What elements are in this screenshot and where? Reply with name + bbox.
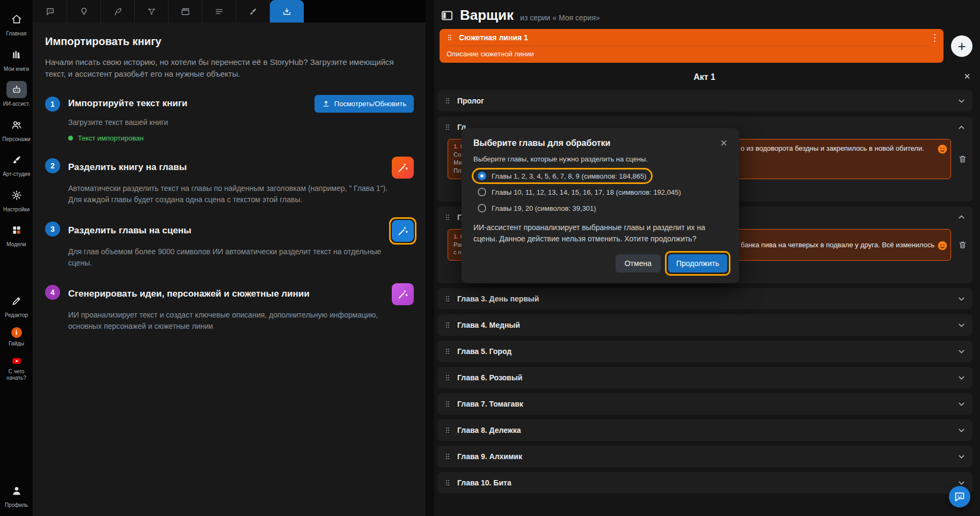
chapter-row[interactable]: Глава 9. Алхимик <box>437 446 972 467</box>
tab-writing[interactable] <box>101 0 135 23</box>
step-title: Разделить главы на сцены <box>68 225 191 236</box>
robot-icon <box>6 81 27 98</box>
sidebar-item-getting-started[interactable]: С чего начать? <box>0 352 33 386</box>
tab-ideas[interactable] <box>67 0 101 23</box>
view-update-button[interactable]: Посмотреть/Обновить <box>315 95 414 113</box>
drag-handle-icon[interactable] <box>444 213 451 222</box>
chapter-row[interactable]: Глава 4. Медный <box>437 314 972 336</box>
drag-handle-icon[interactable] <box>444 400 451 408</box>
drag-handle-icon[interactable] <box>444 452 451 461</box>
chevron-up-icon[interactable] <box>957 212 966 222</box>
intro-text: Начали писать свою историю, но хотели бы… <box>45 56 402 80</box>
chapter-row[interactable]: Глава 3. День первый <box>437 288 972 309</box>
step-number: 3 <box>45 222 60 237</box>
sidebar-item-characters[interactable]: Персонажи <box>0 112 33 148</box>
chevron-down-icon[interactable] <box>957 347 966 356</box>
magic-wand-icon <box>398 225 408 236</box>
tab-plotlines[interactable] <box>135 0 169 23</box>
radio-selected-icon[interactable] <box>478 172 486 180</box>
drag-handle-icon[interactable] <box>444 97 451 105</box>
chapter-title: Глава 4. Медный <box>457 321 951 329</box>
chapter-range-option-3[interactable]: Главы 19, 20 (символов: 39,301) <box>478 204 596 212</box>
chevron-down-icon[interactable] <box>957 400 966 409</box>
profile-icon <box>6 482 27 499</box>
kebab-menu-icon[interactable]: ⋮ <box>930 33 939 42</box>
drag-handle-icon[interactable] <box>444 321 451 329</box>
drag-handle-icon[interactable] <box>444 426 451 434</box>
series-subtitle: из серии « Моя серия» <box>520 13 600 22</box>
chevron-down-icon[interactable] <box>957 294 966 304</box>
emoji-smiley-icon[interactable] <box>937 240 948 251</box>
radio-unselected-icon[interactable] <box>478 204 486 212</box>
support-chat-button[interactable] <box>949 486 970 507</box>
tab-scenes[interactable] <box>169 0 202 23</box>
step-split-chapters: 2 Разделить книгу на главы Автоматически… <box>45 157 414 205</box>
delete-scene-button[interactable] <box>958 240 967 249</box>
chapter-row[interactable]: Глава 5. Город <box>437 341 972 362</box>
clapperboard-icon <box>181 7 190 16</box>
tab-chat[interactable] <box>33 0 67 23</box>
chapter-range-option-1[interactable]: Главы 1, 2, 3, 4, 5, 6, 7, 8, 9 (символо… <box>478 172 647 180</box>
radio-unselected-icon[interactable] <box>478 188 486 196</box>
chevron-down-icon[interactable] <box>957 426 966 435</box>
step-number: 1 <box>45 97 60 112</box>
sidebar-item-home[interactable]: Главная <box>0 6 33 42</box>
chevron-down-icon[interactable] <box>957 452 966 461</box>
chevron-down-icon[interactable] <box>957 373 966 382</box>
chapter-title: Глава 7. Томагавк <box>457 400 951 408</box>
split-into-chapters-wand-button[interactable] <box>392 157 414 179</box>
chapter-row[interactable]: Глава 7. Томагавк <box>437 393 972 415</box>
sidebar-item-models[interactable]: Модели <box>0 217 33 253</box>
chevron-down-icon[interactable] <box>957 97 966 106</box>
close-icon[interactable]: × <box>720 138 727 148</box>
drag-handle-icon[interactable] <box>444 373 451 382</box>
brush-icon <box>6 151 27 168</box>
sidebar-item-art-studio[interactable]: Арт-студия <box>0 147 33 182</box>
option-label: Главы 1, 2, 3, 4, 5, 6, 7, 8, 9 (символо… <box>492 172 647 180</box>
add-storyline-button[interactable]: + <box>951 35 972 57</box>
storyline-card[interactable]: Сюжетная линия 1 Описание сюжетной линии… <box>440 29 944 63</box>
chapter-range-option-2[interactable]: Главы 10, 11, 12, 13, 14, 15, 16, 17, 18… <box>478 188 681 196</box>
sidebar-item-ai-assistant[interactable]: ИИ-ассист. <box>0 77 33 112</box>
sidebar-item-label: ИИ-ассист. <box>3 101 30 108</box>
close-icon[interactable]: × <box>964 70 970 83</box>
step-number: 2 <box>45 158 60 173</box>
generate-ideas-wand-button[interactable] <box>392 283 414 305</box>
chapter-row[interactable]: Глава 6. Розовый <box>437 367 972 388</box>
chapter-title: Глава 9. Алхимик <box>457 452 951 461</box>
info-icon: i <box>11 327 22 338</box>
chevron-up-icon[interactable] <box>957 123 966 132</box>
modal-title: Выберите главы для обработки <box>473 138 610 148</box>
tab-import[interactable] <box>270 0 304 23</box>
status-dot-icon <box>68 136 73 141</box>
sidebar-item-settings[interactable]: Настройки <box>0 182 33 218</box>
upload-icon <box>322 100 330 108</box>
chapter-row[interactable]: Глава 10. Бита <box>437 472 972 493</box>
sidebar-item-guides[interactable]: i Гайды <box>0 323 33 352</box>
drag-handle-icon[interactable] <box>444 123 451 131</box>
drag-handle-icon[interactable] <box>446 33 454 42</box>
drag-handle-icon[interactable] <box>444 478 451 487</box>
confirm-button[interactable]: Продолжить <box>668 254 727 272</box>
list-icon <box>215 7 224 16</box>
chapter-row[interactable]: Глава 8. Дележка <box>437 419 972 441</box>
drag-handle-icon[interactable] <box>444 347 451 356</box>
drag-handle-icon[interactable] <box>444 294 451 303</box>
cancel-button[interactable]: Отмена <box>616 254 661 272</box>
tab-outline[interactable] <box>202 0 236 23</box>
delete-scene-button[interactable] <box>958 154 967 164</box>
sidebar-item-label: Мои книги <box>4 66 29 73</box>
sidebar-item-label: Персонажи <box>2 136 30 143</box>
split-into-scenes-wand-button[interactable] <box>392 220 414 242</box>
sidebar-item-profile[interactable]: Профиль <box>0 478 33 516</box>
chevron-down-icon[interactable] <box>957 321 966 330</box>
chapter-row-prologue[interactable]: Пролог <box>437 90 972 112</box>
collapse-panel-icon[interactable] <box>441 9 454 22</box>
nodes-icon <box>147 7 156 16</box>
storyline-title: Сюжетная линия 1 <box>459 33 528 42</box>
tab-art[interactable] <box>236 0 270 23</box>
sidebar-item-my-books[interactable]: Мои книги <box>0 42 33 77</box>
emoji-smiley-icon[interactable] <box>937 144 948 154</box>
import-icon <box>282 7 291 16</box>
sidebar-item-editor[interactable]: Редактор <box>0 288 33 323</box>
